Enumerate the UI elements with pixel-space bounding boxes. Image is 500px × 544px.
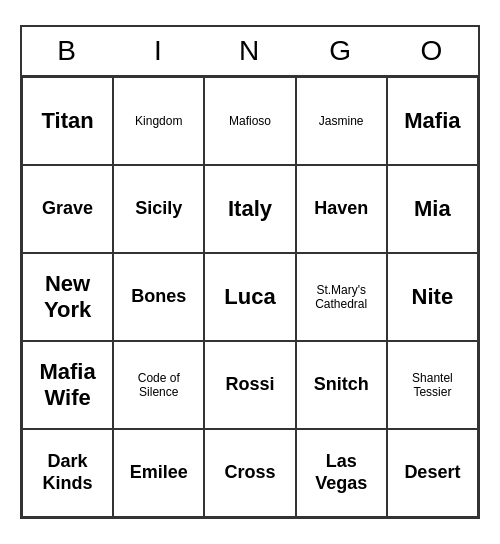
- bingo-card: BINGO TitanKingdomMafiosoJasmineMafiaGra…: [20, 25, 480, 519]
- cell-r3-c2: Rossi: [204, 341, 295, 429]
- cell-r3-c1: Code of Silence: [113, 341, 204, 429]
- cell-r1-c0: Grave: [22, 165, 113, 253]
- cell-r2-c4: Nite: [387, 253, 478, 341]
- cell-r0-c2: Mafioso: [204, 77, 295, 165]
- cell-r4-c2: Cross: [204, 429, 295, 517]
- cell-r4-c0: Dark Kinds: [22, 429, 113, 517]
- cell-r3-c3: Snitch: [296, 341, 387, 429]
- cell-r1-c1: Sicily: [113, 165, 204, 253]
- cell-r2-c2: Luca: [204, 253, 295, 341]
- header-letter: G: [296, 27, 387, 75]
- cell-r0-c0: Titan: [22, 77, 113, 165]
- header-letter: I: [113, 27, 204, 75]
- cell-r2-c1: Bones: [113, 253, 204, 341]
- cell-r1-c3: Haven: [296, 165, 387, 253]
- cell-r2-c0: New York: [22, 253, 113, 341]
- cell-r4-c4: Desert: [387, 429, 478, 517]
- header-letter: N: [204, 27, 295, 75]
- bingo-grid: TitanKingdomMafiosoJasmineMafiaGraveSici…: [22, 77, 478, 517]
- cell-r3-c0: Mafia Wife: [22, 341, 113, 429]
- cell-r0-c3: Jasmine: [296, 77, 387, 165]
- header-letter: O: [387, 27, 478, 75]
- cell-r0-c4: Mafia: [387, 77, 478, 165]
- cell-r0-c1: Kingdom: [113, 77, 204, 165]
- cell-r1-c2: Italy: [204, 165, 295, 253]
- cell-r4-c1: Emilee: [113, 429, 204, 517]
- header-letter: B: [22, 27, 113, 75]
- cell-r2-c3: St.Mary's Cathedral: [296, 253, 387, 341]
- cell-r3-c4: Shantel Tessier: [387, 341, 478, 429]
- cell-r4-c3: Las Vegas: [296, 429, 387, 517]
- bingo-header: BINGO: [22, 27, 478, 77]
- cell-r1-c4: Mia: [387, 165, 478, 253]
